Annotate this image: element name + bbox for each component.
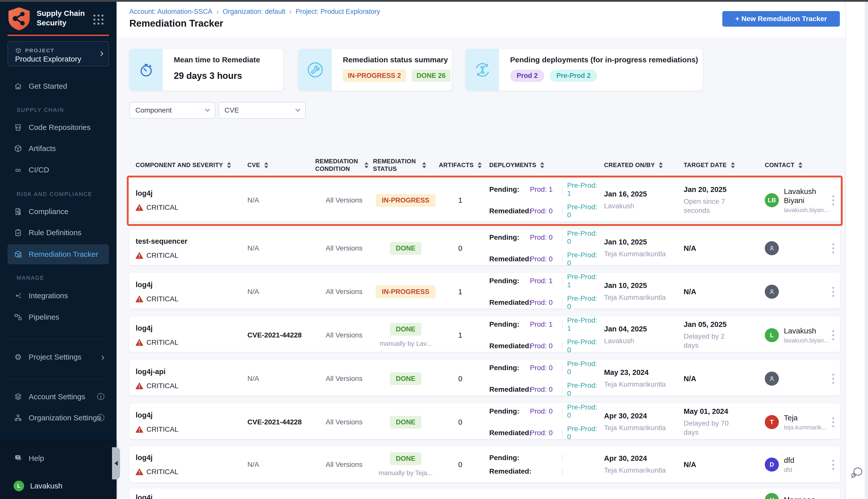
scrollbar-track[interactable] — [865, 0, 868, 499]
row-menu-kebab[interactable] — [826, 241, 840, 256]
sidebar-item-label: Integrations — [29, 291, 68, 300]
module-switcher-icon[interactable] — [94, 15, 103, 25]
sidebar-item-help[interactable]: ? Help — [8, 449, 109, 467]
project-name: Product Exploratory — [15, 55, 81, 63]
row-menu-kebab[interactable] — [826, 193, 840, 208]
sidebar-item-code-repositories[interactable]: Code Repositories — [8, 118, 109, 136]
collapse-arrow-icon — [114, 461, 118, 466]
table-row[interactable]: log4j CRITICAL CVE-2021-44228 All Versio… — [129, 316, 840, 352]
sidebar-collapse-handle[interactable] — [112, 447, 120, 479]
sidebar-item-label: Account Settings — [29, 392, 85, 401]
column-header-created-on-by[interactable]: CREATED ON/BY — [600, 161, 678, 169]
sidebar-item-remediation-tracker[interactable]: Remediation Tracker — [8, 244, 109, 264]
table-row[interactable]: log4j CRITICAL N/A All Versions DONEmanu… — [129, 447, 840, 483]
pending-preprod: Pre-Prod: 0 — [567, 403, 600, 419]
row-menu-kebab[interactable] — [826, 415, 840, 430]
created-on-by-cell: Apr 30, 2024Teja Kummarikuntla — [600, 412, 678, 433]
pending-prod: Prod: 1 — [530, 185, 558, 194]
severity-label: CRITICAL — [146, 252, 178, 259]
remediated-prod: Prod: 0 — [530, 429, 558, 437]
status-note: manually by Lav... — [380, 340, 432, 348]
sidebar-user-chip[interactable]: L Lavakush — [8, 477, 109, 495]
contact-avatar: L — [765, 328, 779, 342]
breadcrumb-organization[interactable]: Organization: default — [223, 8, 285, 15]
table-row[interactable]: log4j CRITICAL N/A All Versions IN-PROGR… — [129, 273, 840, 308]
table-row[interactable]: test-sequencer CRITICAL N/A All Versions… — [129, 229, 840, 265]
pending-prod: Prod: 0 — [530, 407, 558, 415]
prod-pending-pill: Prod 2 — [510, 70, 544, 82]
target-date-cell: May 01, 2024Delayed by 70 days — [678, 407, 758, 437]
column-header-contact[interactable]: CONTACT — [758, 161, 826, 169]
chevron-right-icon: › — [289, 8, 292, 15]
row-menu-kebab[interactable] — [826, 372, 840, 386]
home-icon — [14, 82, 23, 90]
contact-avatar: LB — [765, 193, 779, 207]
sidebar-item-integrations[interactable]: Integrations — [8, 287, 109, 305]
contact-cell — [758, 372, 826, 386]
severity-label: CRITICAL — [146, 295, 178, 303]
remediated-preprod: Pre-Prod: 0 — [567, 251, 600, 267]
component-name: log4j-api — [136, 368, 247, 376]
column-header-cve[interactable]: CVE — [247, 161, 315, 169]
code-repo-icon — [14, 123, 23, 132]
sidebar-item-label: Help — [29, 454, 44, 463]
column-header-remediation-condition[interactable]: REMEDIATION CONDITION — [315, 158, 373, 173]
table-row[interactable]: log4j-api CRITICAL N/A All Versions DONE… — [129, 360, 840, 395]
sidebar-item-rule-definitions[interactable]: Rule Definitions — [8, 223, 109, 242]
sidebar-item-get-started[interactable]: Get Started — [8, 77, 109, 95]
window-top-strip — [0, 0, 868, 2]
sidebar-item-account-settings[interactable]: Account Settings ⓘ — [8, 388, 109, 406]
chat-support-button[interactable] — [850, 465, 864, 479]
cve-cell: CVE-2021-44228 — [247, 418, 315, 426]
severity-label: CRITICAL — [146, 204, 178, 211]
new-remediation-tracker-button[interactable]: + New Remediation Tracker — [722, 11, 840, 27]
sidebar-item-artifacts[interactable]: Artifacts — [8, 139, 109, 158]
remediated-prod: Prod: 0 — [530, 255, 558, 263]
table-row[interactable]: log4j CRITICAL N/A All Versions IN-PROGR… — [129, 179, 840, 221]
app-logo: Supply Chain Security — [8, 7, 93, 31]
sidebar-item-compliance[interactable]: Compliance — [8, 203, 109, 221]
created-on-by-cell: May 23, 2024Teja Kummarikuntla — [600, 368, 678, 389]
column-header-artifacts[interactable]: ARTIFACTS — [438, 161, 482, 169]
account-settings-icon — [14, 392, 23, 401]
contact-avatar — [765, 285, 779, 299]
section-manage: MANAGE — [16, 275, 44, 281]
row-menu-kebab[interactable] — [826, 328, 840, 343]
sidebar-item-pipelines[interactable]: Pipelines — [8, 308, 109, 326]
artifacts-box-icon — [14, 144, 23, 153]
section-risk-compliance: RISK AND COMPLIANCE — [16, 191, 92, 197]
column-header-target-date[interactable]: TARGET DATE — [678, 161, 758, 169]
column-header-deployments[interactable]: DEPLOYMENTS — [482, 161, 600, 169]
remediated-preprod: Pre-Prod: 0 — [567, 425, 600, 441]
page-title: Remediation Tracker — [129, 18, 223, 29]
row-menu-kebab[interactable] — [826, 284, 840, 299]
component-filter-dropdown[interactable]: Component — [129, 102, 215, 119]
remediation-status-cell: DONE — [373, 242, 438, 255]
created-on-by-cell: Jan 04, 2025Lavakush — [600, 325, 678, 345]
breadcrumb-account[interactable]: Account: Automation-SSCA — [129, 8, 212, 15]
section-supply-chain: SUPPLY CHAIN — [16, 107, 64, 113]
sidebar-item-organization-settings[interactable]: Organization Settings ⓘ — [8, 409, 109, 427]
column-header-component-severity[interactable]: COMPONENT AND SEVERITY — [129, 161, 247, 169]
table-header: COMPONENT AND SEVERITY CVE REMEDIATION C… — [129, 156, 840, 174]
status-badge: DONE — [390, 242, 421, 255]
created-on-by-cell: Jan 16, 2025Lavakush — [600, 190, 678, 210]
table-row[interactable]: log4j CRITICAL CVE-2021-44228 All Versio… — [129, 403, 840, 439]
critical-severity-icon — [136, 295, 143, 303]
status-badge: DONE — [390, 416, 421, 429]
card-mean-time-to-remediate: Mean time to Remediate 29 days 3 hours — [129, 49, 283, 90]
project-selector[interactable]: PROJECT Product Exploratory › — [8, 41, 109, 66]
sidebar-item-project-settings[interactable]: ⚙ Project Settings › — [8, 348, 109, 366]
sort-icon — [731, 162, 735, 168]
column-header-remediation-status[interactable]: REMEDIATION STATUS — [373, 158, 438, 173]
cve-filter-dropdown[interactable]: CVE — [219, 102, 306, 119]
remediation-condition-cell: All Versions — [315, 418, 373, 426]
table-row-partial[interactable]: log4j H Harness — [129, 488, 840, 499]
remediation-condition-cell: All Versions — [315, 461, 373, 468]
sidebar-item-cicd[interactable]: ∞ CI/CD — [8, 161, 109, 179]
contact-cell — [758, 241, 826, 255]
deployments-cell: Pending:Prod: 1Pre-Prod: 1 Remediated:Pr… — [482, 316, 600, 354]
chat-bubbles-icon — [850, 465, 864, 479]
breadcrumb-project[interactable]: Project: Product Exploratory — [296, 8, 380, 15]
row-menu-kebab[interactable] — [826, 457, 840, 472]
